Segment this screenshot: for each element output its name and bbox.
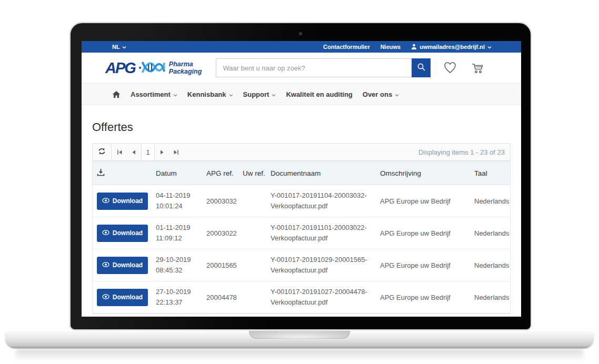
nieuws-link[interactable]: Nieuws [381,44,401,50]
table-row: Download 04-11-2019 10:01:24 20003032 Y-… [93,185,510,217]
eye-icon [102,261,109,269]
col-header-apg-ref: APG ref. [206,169,243,177]
documents-table: Datum APG ref. Uw ref. Documentnaam Omsc… [92,161,511,314]
contactformulier-link[interactable]: Contactformulier [323,44,370,50]
download-button[interactable]: Download [97,257,148,274]
download-all-icon[interactable] [97,168,156,178]
laptop-reflection [16,349,583,363]
current-page-indicator[interactable]: 1 [141,144,155,160]
paging-info: Displaying items 1 - 23 of 23 [418,144,510,160]
language-selector[interactable]: NL [112,44,126,50]
cell-apg-ref: 20001565 [206,261,243,269]
cell-datum: 01-11-2019 11:09:12 [156,223,206,244]
table-row: Download 01-11-2019 11:09:12 20003022 Y-… [93,217,510,249]
table-header-row: Datum APG ref. Uw ref. Documentnaam Omsc… [93,161,510,185]
download-button[interactable]: Download [97,193,148,210]
cell-documentnaam: Y-001017-20191027-20004478-Verkoopfactuu… [271,287,380,308]
dna-helix-icon [138,58,166,78]
table-row: Download 27-10-2019 22:13:37 20004478 Y-… [93,281,510,314]
account-email: uwmailadres@bedrijf.nl [420,44,485,50]
eye-icon [102,294,109,301]
laptop-bezel: NL Contactformulier Nieuws uwmailadres@b… [69,22,532,330]
nav-item-over-ons[interactable]: Over ons [363,90,399,98]
nav-item-kwaliteit-en-auditing[interactable]: Kwaliteit en auditing [286,90,352,98]
top-utility-bar: NL Contactformulier Nieuws uwmailadres@b… [82,41,521,53]
webcam-dot [299,32,302,35]
table-row: Download 29-10-2019 08:45:32 20001565 Y-… [93,249,510,281]
nav-item-support[interactable]: Support [243,90,276,98]
last-page-button[interactable] [169,144,183,160]
cell-datum: 27-10-2019 22:13:37 [156,287,206,308]
col-header-datum: Datum [156,169,206,177]
pager: 1 [113,144,183,160]
laptop-base [5,331,594,348]
language-label: NL [112,44,120,50]
cell-apg-ref: 20003032 [206,197,243,205]
chevron-down-icon [173,90,177,98]
cell-apg-ref: 20004478 [206,294,243,301]
download-button[interactable]: Download [97,289,148,306]
download-button[interactable]: Download [97,225,148,242]
cell-taal: Nederlands [474,197,515,205]
laptop-base-notch [249,331,350,339]
cell-datum: 29-10-2019 08:45:32 [156,255,206,276]
cart-icon[interactable] [471,62,484,74]
browser-viewport: NL Contactformulier Nieuws uwmailadres@b… [82,41,521,317]
nav-item-kennisbank[interactable]: Kennisbank [187,90,233,98]
cell-documentnaam: Y-001017-20191104-20003032-Verkoopfactuu… [271,190,380,211]
user-icon [411,44,417,50]
cell-documentnaam: Y-001017-20191101-20003022-Verkoopfactuu… [271,223,380,244]
col-header-taal: Taal [474,169,510,177]
wishlist-heart-icon[interactable] [443,62,457,74]
apg-logo[interactable]: APG Pharma Packaging [105,58,202,78]
cell-taal: Nederlands [474,261,515,269]
first-page-button[interactable] [113,144,127,160]
chevron-down-icon [395,90,399,98]
eye-icon [102,197,109,205]
cell-omschrijving: APG Europe uw Bedrijf [380,261,474,269]
search-button[interactable] [412,58,431,77]
nav-item-assortiment[interactable]: Assortiment [131,90,177,98]
chevron-down-icon [229,90,233,98]
laptop-mockup: NL Contactformulier Nieuws uwmailadres@b… [0,0,599,364]
eye-icon [102,229,109,237]
col-header-uw-ref: Uw ref. [243,169,271,177]
home-icon[interactable] [112,90,121,98]
next-page-button[interactable] [155,144,169,160]
cell-documentnaam: Y-001017-20191029-20001565-Verkoopfactuu… [271,255,380,276]
col-header-documentnaam: Documentnaam [271,169,380,177]
refresh-icon [98,147,106,157]
chevron-down-icon [487,44,492,50]
cell-omschrijving: APG Europe uw Bedrijf [380,229,474,237]
refresh-button[interactable] [93,144,112,160]
cell-datum: 04-11-2019 10:01:24 [156,190,206,211]
site-header: APG Pharma Packaging [82,53,521,83]
main-navigation: Assortiment Kennisbank Support [82,83,521,105]
cell-apg-ref: 20003022 [206,229,243,237]
chevron-down-icon [272,90,276,98]
col-header-omschrijving: Omschrijving [380,169,474,177]
search-input[interactable] [216,58,412,77]
account-menu[interactable]: uwmailadres@bedrijf.nl [411,44,492,50]
logo-apg-text: APG [105,60,135,76]
search-icon [417,63,426,73]
cell-taal: Nederlands [474,229,515,237]
logo-subtext: Pharma Packaging [169,60,202,76]
cell-omschrijving: APG Europe uw Bedrijf [380,294,474,301]
cell-omschrijving: APG Europe uw Bedrijf [380,197,474,205]
chevron-down-icon [122,44,126,50]
grid-toolbar: 1 Displaying items 1 - 23 of 23 [92,143,511,161]
cell-taal: Nederlands [474,294,515,301]
prev-page-button[interactable] [127,144,141,160]
page-title: Offertes [92,120,511,134]
